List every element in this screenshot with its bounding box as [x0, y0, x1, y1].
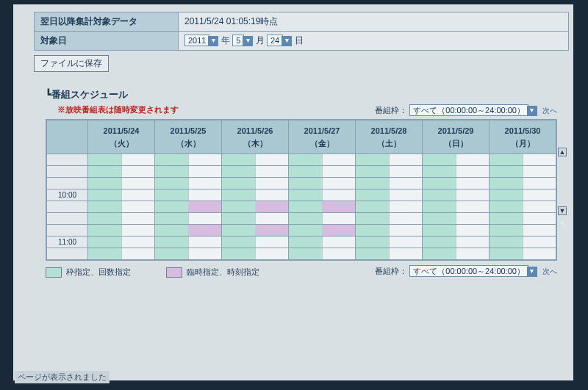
schedule-cell[interactable]	[222, 225, 289, 236]
schedule-cell[interactable]	[222, 201, 289, 213]
schedule-cell[interactable]	[423, 236, 490, 248]
schedule-cell[interactable]	[356, 154, 423, 166]
schedule-cell[interactable]	[490, 201, 556, 213]
schedule-cell[interactable]	[289, 248, 356, 260]
filter-select[interactable]: すべて（00:00:00～24:00:00）	[409, 104, 528, 116]
schedule-cell[interactable]	[88, 178, 155, 189]
schedule-cell[interactable]	[423, 248, 490, 260]
schedule-cell[interactable]	[423, 189, 490, 201]
info-row1-value: 2011/5/24 01:05:19時点	[179, 12, 569, 32]
time-label	[47, 248, 88, 260]
schedule-cell[interactable]	[356, 166, 423, 178]
status-bar: ページが表示されました	[15, 371, 110, 383]
schedule-cell[interactable]	[88, 189, 155, 201]
schedule-cell[interactable]	[222, 213, 289, 225]
schedule-cell[interactable]	[88, 201, 155, 213]
schedule-cell[interactable]	[155, 236, 222, 248]
next-link[interactable]: 次へ	[542, 267, 557, 275]
schedule-cell[interactable]	[289, 154, 356, 166]
time-label	[47, 201, 88, 213]
day-header: 2011/5/28（土）	[356, 120, 423, 154]
chevron-down-icon[interactable]: ▾	[527, 106, 537, 116]
schedule-cell[interactable]	[222, 236, 289, 248]
schedule-cell[interactable]	[423, 166, 490, 178]
schedule-cell[interactable]	[289, 166, 356, 178]
schedule-cell[interactable]	[222, 166, 289, 178]
schedule-cell[interactable]	[423, 201, 490, 213]
schedule-cell[interactable]	[88, 248, 155, 260]
schedule-cell[interactable]	[289, 189, 356, 201]
schedule-cell[interactable]	[289, 201, 356, 213]
schedule-cell[interactable]	[356, 201, 423, 213]
schedule-cell[interactable]	[423, 178, 490, 189]
schedule-cell[interactable]	[289, 236, 356, 248]
info-row2-label: 対象日	[35, 32, 179, 51]
filter-label: 番組枠：	[375, 106, 407, 115]
schedule-cell[interactable]	[222, 248, 289, 260]
save-file-button[interactable]: ファイルに保存	[34, 55, 109, 72]
day-select[interactable]: 24	[267, 35, 283, 46]
time-column-header	[47, 120, 88, 154]
schedule-cell[interactable]	[222, 189, 289, 201]
schedule-cell[interactable]	[155, 154, 222, 166]
schedule-cell[interactable]	[88, 154, 155, 166]
filter-select[interactable]: すべて（00:00:00～24:00:00）	[409, 265, 528, 277]
day-header: 2011/5/25（水）	[155, 120, 222, 154]
time-label	[47, 225, 88, 236]
schedule-cell[interactable]	[356, 225, 423, 236]
schedule-cell[interactable]	[88, 236, 155, 248]
schedule-cell[interactable]	[155, 178, 222, 189]
day-header: 2011/5/27（金）	[289, 120, 356, 154]
next-link[interactable]: 次へ	[542, 106, 557, 115]
schedule-cell[interactable]	[490, 189, 556, 201]
schedule-cell[interactable]	[289, 213, 356, 225]
schedule-cell[interactable]	[155, 166, 222, 178]
day-header: 2011/5/30（月）	[490, 120, 556, 154]
schedule-cell[interactable]	[155, 201, 222, 213]
schedule-cell[interactable]	[222, 178, 289, 189]
schedule-cell[interactable]	[155, 213, 222, 225]
schedule-cell[interactable]	[155, 225, 222, 236]
schedule-cell[interactable]	[289, 225, 356, 236]
target-date-cell: 2011▾ 年 5▾ 月 24▾ 日	[179, 32, 569, 51]
schedule-cell[interactable]	[490, 225, 556, 236]
time-label	[47, 166, 88, 178]
schedule-cell[interactable]	[356, 213, 423, 225]
schedule-cell[interactable]	[222, 154, 289, 166]
chevron-down-icon[interactable]: ▾	[282, 36, 292, 46]
year-select[interactable]: 2011	[184, 35, 209, 46]
time-label: 11:00	[47, 236, 88, 248]
legend-pink-label: 臨時指定、時刻指定	[187, 267, 259, 278]
schedule-cell[interactable]	[155, 248, 222, 260]
schedule-cell[interactable]	[88, 213, 155, 225]
schedule-cell[interactable]	[490, 154, 556, 166]
schedule-cell[interactable]	[356, 189, 423, 201]
schedule-cell[interactable]	[423, 154, 490, 166]
scroll-up-button[interactable]: ▲	[558, 148, 567, 156]
schedule-cell[interactable]	[490, 213, 556, 225]
schedule-cell[interactable]	[423, 225, 490, 236]
cursor-icon: ↖	[559, 218, 568, 230]
day-header: 2011/5/26（木）	[222, 120, 289, 154]
warning-text: ※放映番組表は随時変更されます	[57, 104, 179, 115]
schedule-cell[interactable]	[289, 178, 356, 189]
schedule-cell[interactable]	[356, 236, 423, 248]
schedule-cell[interactable]	[490, 166, 556, 178]
schedule-cell[interactable]	[356, 248, 423, 260]
schedule-cell[interactable]	[490, 248, 556, 260]
schedule-cell[interactable]	[88, 225, 155, 236]
chevron-down-icon[interactable]: ▾	[243, 36, 253, 46]
section-title: 番組スケジュール	[46, 88, 573, 101]
schedule-grid: 2011/5/24（火）2011/5/25（水）2011/5/26（木）2011…	[46, 120, 556, 260]
scroll-down-button[interactable]: ▼	[558, 206, 567, 215]
schedule-cell[interactable]	[423, 213, 490, 225]
schedule-cell[interactable]	[490, 178, 556, 189]
schedule-cell[interactable]	[356, 178, 423, 189]
schedule-cell[interactable]	[88, 166, 155, 178]
schedule-cell[interactable]	[155, 189, 222, 201]
chevron-down-icon[interactable]: ▾	[208, 36, 218, 46]
day-header: 2011/5/24（火）	[88, 120, 155, 154]
chevron-down-icon[interactable]: ▾	[527, 267, 537, 277]
schedule-cell[interactable]	[490, 236, 556, 248]
legend-swatch-green	[46, 267, 62, 278]
